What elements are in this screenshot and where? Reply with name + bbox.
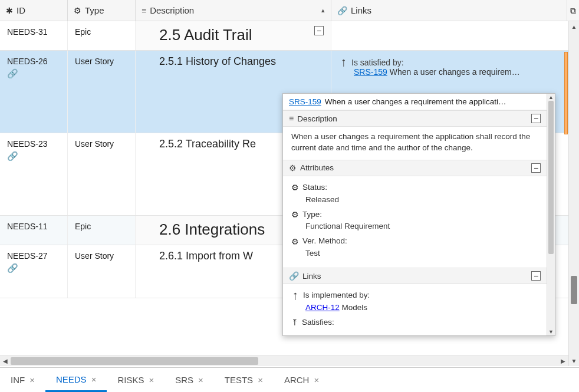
- scroll-thumb[interactable]: [11, 357, 258, 365]
- collapse-toggle[interactable]: −: [531, 271, 541, 281]
- popup-attributes-body: ⚙ Status: Released ⚙ Type: Functional Re…: [283, 176, 547, 268]
- cell-type: User Story: [68, 51, 136, 133]
- column-header-type-label: Type: [85, 5, 104, 15]
- table-row[interactable]: NEEDS-31 Epic 2.5 Audit Trail −: [0, 21, 579, 51]
- collapse-toggle[interactable]: −: [314, 26, 324, 35]
- tab-label: INF: [11, 375, 25, 385]
- tab-needs[interactable]: NEEDS ×: [45, 368, 107, 392]
- id-text: NEEDS-31: [7, 27, 60, 37]
- id-text: NEEDS-26: [7, 57, 60, 66]
- arrow-up-icon: ⭡: [291, 292, 300, 300]
- scroll-up-icon[interactable]: ▲: [569, 21, 579, 32]
- description-heading: 2.5 Audit Trail: [159, 26, 252, 44]
- close-icon[interactable]: ×: [314, 375, 319, 385]
- id-text: NEEDS-27: [7, 251, 60, 261]
- link-text: When a user changes a requirem…: [390, 67, 520, 77]
- gear-icon: ⚙: [291, 238, 299, 246]
- scroll-right-icon[interactable]: ▶: [558, 356, 568, 367]
- type-text: Epic: [75, 222, 91, 231]
- close-icon[interactable]: ×: [198, 375, 203, 385]
- close-icon[interactable]: ×: [258, 375, 263, 385]
- type-text: User Story: [75, 57, 114, 66]
- scroll-thumb[interactable]: [548, 101, 554, 254]
- popup-title-text: When a user changes a requirement the ap…: [325, 97, 506, 106]
- scroll-left-icon[interactable]: ◀: [0, 356, 11, 367]
- column-header-links-label: Links: [351, 5, 371, 15]
- cell-id: NEEDS-31: [0, 21, 68, 50]
- scroll-down-icon[interactable]: ▼: [547, 328, 555, 335]
- tab-label: TESTS: [225, 375, 253, 385]
- popup-description-body: When a user changes a requirement the ap…: [283, 127, 547, 160]
- scroll-track[interactable]: [11, 356, 558, 366]
- cell-type: Epic: [68, 216, 136, 245]
- description-heading: 2.6 Integrations: [159, 220, 265, 239]
- link-impl-ref[interactable]: ARCH-12: [305, 303, 340, 312]
- close-icon[interactable]: ×: [91, 374, 97, 384]
- link-impl-text: Models: [342, 303, 368, 312]
- close-icon[interactable]: ×: [149, 375, 154, 385]
- arrow-up-out-icon: ⤒: [291, 318, 298, 327]
- description-text: 2.6.1 Import from W: [159, 250, 253, 262]
- popup-description-label: Description: [297, 114, 337, 123]
- popup-title-row: SRS-159 When a user changes a requiremen…: [283, 94, 547, 110]
- attr-ver-value: Test: [291, 248, 538, 259]
- type-text: User Story: [75, 139, 114, 149]
- column-options-button[interactable]: ⧉: [567, 0, 579, 21]
- column-header-links[interactable]: 🔗 Links: [331, 0, 567, 21]
- tab-tests[interactable]: TESTS ×: [214, 368, 274, 392]
- column-header-row: ✱ ID ⚙ Type ≡ Description ▴ 🔗 Links ⧉: [0, 0, 579, 21]
- asterisk-icon: ✱: [6, 6, 13, 15]
- link-icon: 🔗: [289, 272, 299, 280]
- id-text: NEEDS-23: [7, 139, 60, 149]
- vertical-scrollbar[interactable]: ▲ ▼: [568, 21, 579, 366]
- tab-arch[interactable]: ARCH ×: [274, 368, 330, 392]
- popup-links-header[interactable]: 🔗 Links −: [283, 268, 547, 284]
- tab-srs[interactable]: SRS ×: [165, 368, 214, 392]
- horizontal-scrollbar[interactable]: ◀ ▶: [0, 355, 568, 366]
- scroll-down-icon[interactable]: ▼: [569, 355, 579, 366]
- cell-id: NEEDS-23 🔗: [0, 133, 68, 215]
- popup-attributes-label: Attributes: [300, 163, 334, 172]
- attr-ver-label: Ver. Method:: [302, 236, 347, 247]
- tab-inf[interactable]: INF ×: [0, 368, 45, 392]
- cell-type: Epic: [68, 21, 136, 50]
- link-impl-label: Is implemented by:: [303, 290, 370, 301]
- description-text: 2.5.1 History of Changes: [159, 55, 276, 68]
- popup-title-ref[interactable]: SRS-159: [289, 97, 321, 106]
- tab-label: ARCH: [284, 375, 310, 385]
- tab-label: RISKS: [117, 375, 144, 385]
- gear-icon: ⚙: [291, 210, 299, 219]
- list-icon: ≡: [142, 6, 146, 15]
- cell-links: [331, 21, 579, 50]
- link-sat-label: Satisfies:: [302, 317, 334, 328]
- tab-label: NEEDS: [56, 374, 87, 384]
- column-header-description[interactable]: ≡ Description ▴: [136, 0, 331, 21]
- scroll-thumb[interactable]: [571, 276, 577, 304]
- cell-id: NEEDS-27 🔗: [0, 245, 68, 298]
- gear-icon: ⚙: [74, 6, 81, 15]
- link-ref[interactable]: SRS-159: [354, 67, 387, 77]
- link-icon: 🔗: [7, 263, 60, 274]
- popup-attributes-header[interactable]: ⚙ Attributes −: [283, 160, 547, 176]
- gear-icon: ⚙: [289, 164, 297, 172]
- cell-description: 2.5 Audit Trail −: [136, 21, 331, 50]
- cell-type: User Story: [68, 245, 136, 298]
- popup-scrollbar[interactable]: ▲ ▼: [547, 94, 555, 335]
- close-icon[interactable]: ×: [29, 375, 35, 385]
- cell-type: User Story: [68, 133, 136, 215]
- tab-label: SRS: [175, 375, 193, 385]
- collapse-toggle[interactable]: −: [531, 163, 541, 173]
- list-icon: ≡: [289, 114, 294, 123]
- arrow-up-icon: ⭡: [340, 58, 348, 67]
- column-header-id[interactable]: ✱ ID: [0, 0, 68, 21]
- popup-links-label: Links: [302, 272, 321, 281]
- tab-risks[interactable]: RISKS ×: [107, 368, 165, 392]
- type-text: User Story: [75, 251, 114, 261]
- attr-status-value: Released: [291, 195, 538, 206]
- column-header-type[interactable]: ⚙ Type: [68, 0, 136, 21]
- column-header-description-label: Description: [150, 5, 194, 15]
- type-text: Epic: [75, 27, 91, 37]
- popup-description-header[interactable]: ≡ Description −: [283, 110, 547, 127]
- collapse-toggle[interactable]: −: [531, 114, 541, 123]
- scroll-up-icon[interactable]: ▲: [547, 94, 555, 101]
